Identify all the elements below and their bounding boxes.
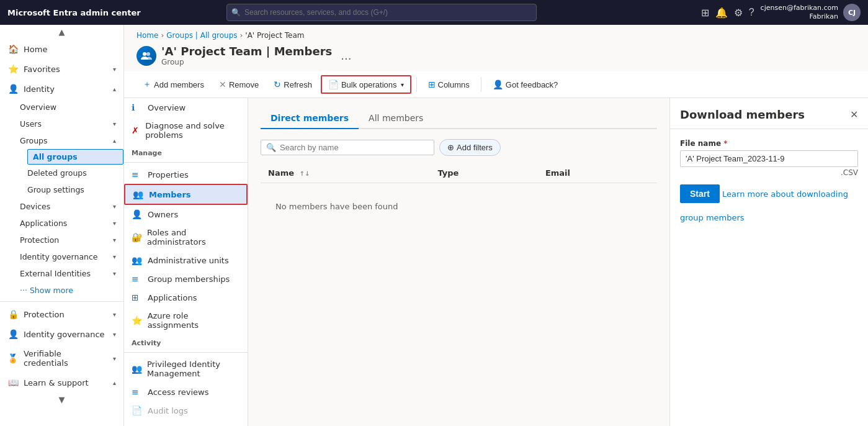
chevron-down-bulk-icon: ▾ (401, 81, 404, 88)
lp-owners[interactable]: 👤 Owners (124, 205, 248, 224)
main-content: Home › Groups | All groups › 'A' Project… (124, 25, 868, 426)
roles-icon: 🔐 (132, 232, 142, 242)
avatar[interactable]: CJ (843, 4, 861, 21)
bulk-ops-icon: 📄 (328, 79, 339, 89)
protection-icon: 🔒 (7, 309, 19, 319)
breadcrumb-current: 'A' Project Team (245, 31, 304, 40)
user-profile[interactable]: cjensen@fabrikan.com Fabrikan CJ (761, 4, 861, 22)
remove-button[interactable]: ✕ Remove (213, 76, 265, 93)
add-members-button[interactable]: ＋ Add members (136, 76, 210, 93)
breadcrumb-sep1: › (161, 31, 164, 40)
feedback-button[interactable]: 👤 Got feedback? (486, 76, 565, 93)
sidebar-item-overview[interactable]: Overview (20, 99, 123, 116)
toolbar-divider2 (481, 77, 481, 92)
identity-submenu: Overview Users ▾ Groups ▴ All groups Del… (0, 99, 123, 299)
lp-azure-roles[interactable]: ⭐ Azure role assignments (124, 307, 248, 334)
sidebar-item-identity-gov-sec[interactable]: 👤 Identity governance ▾ (0, 324, 123, 344)
breadcrumb-home[interactable]: Home (136, 31, 158, 40)
lp-members[interactable]: 👥 Members (124, 184, 248, 205)
sidebar-label-learn: Learn & support (24, 378, 89, 387)
sidebar-item-applications[interactable]: Applications ▾ (20, 215, 123, 232)
owners-icon: 👤 (132, 209, 143, 219)
notification-icon[interactable]: 🔔 (715, 7, 728, 19)
columns-button[interactable]: ⊞ Columns (422, 76, 476, 93)
sidebar-item-show-more[interactable]: ··· Show more (20, 282, 123, 299)
content-panel: Direct members All members 🔍 ⊕ Add filte… (248, 98, 669, 426)
close-panel-button[interactable]: ✕ (850, 109, 858, 120)
sidebar-item-protection-sec[interactable]: 🔒 Protection ▾ (0, 304, 123, 324)
settings-icon[interactable]: ⚙ (734, 7, 743, 19)
identity-icon: 👤 (7, 84, 19, 94)
lp-roles-admins[interactable]: 🔐 Roles and administrators (124, 224, 248, 251)
sidebar-scroll-down[interactable]: ▼ (0, 392, 123, 407)
diagnose-icon: ✗ (132, 125, 140, 135)
search-input[interactable] (280, 143, 429, 152)
sidebar-item-external-identities[interactable]: External Identities ▾ (20, 265, 123, 282)
sidebar-item-users[interactable]: Users ▾ (20, 116, 123, 132)
col-email: Email (538, 163, 657, 183)
file-name-input[interactable] (680, 150, 858, 167)
feedback-label: Got feedback? (506, 80, 558, 89)
refresh-button[interactable]: ↻ Refresh (267, 76, 318, 93)
lp-pim[interactable]: 👥 Privileged Identity Management (124, 355, 248, 383)
col-name[interactable]: Name ↑↓ (261, 163, 430, 183)
home-icon: 🏠 (7, 44, 19, 54)
identity-gov-icon: 👤 (7, 329, 19, 339)
chevron-down-icon4: ▾ (113, 355, 116, 362)
svg-point-0 (143, 52, 146, 56)
lp-bulk-ops[interactable]: 👥 Bulk operation results (124, 420, 248, 426)
lp-diagnose[interactable]: ✗ Diagnose and solve problems (124, 117, 248, 144)
more-options-icon[interactable]: ... (341, 49, 351, 62)
search-box[interactable]: 🔍 (261, 140, 434, 155)
sidebar-item-verifiable-creds[interactable]: 🏅 Verifiable credentials ▾ (0, 344, 123, 373)
tab-all-members[interactable]: All members (359, 108, 433, 129)
tab-direct-members[interactable]: Direct members (261, 108, 359, 129)
lp-properties[interactable]: ≡ Properties (124, 165, 248, 184)
pim-icon: 👥 (132, 364, 142, 374)
sidebar-item-protection[interactable]: Protection ▾ (20, 232, 123, 248)
activity-section-label: Activity (124, 334, 248, 350)
lp-access-reviews[interactable]: ≡ Access reviews (124, 383, 248, 401)
lp-azure-roles-label: Azure role assignments (148, 311, 240, 330)
lp-group-memberships[interactable]: ≡ Group memberships (124, 270, 248, 288)
sidebar-item-group-settings[interactable]: Group settings (27, 181, 123, 198)
properties-icon: ≡ (132, 170, 143, 179)
sidebar-item-learn-support[interactable]: 📖 Learn & support ▴ (0, 373, 123, 392)
sidebar-item-home[interactable]: 🏠 Home (0, 39, 123, 59)
add-members-label: Add members (154, 80, 204, 89)
sidebar-item-all-groups[interactable]: All groups (27, 149, 123, 165)
sidebar-item-devices[interactable]: Devices ▾ (20, 198, 123, 215)
lp-admin-units[interactable]: 👥 Administrative units (124, 251, 248, 270)
sidebar-item-deleted-groups[interactable]: Deleted groups (27, 165, 123, 181)
toolbar-divider (416, 77, 417, 92)
sidebar-item-identity[interactable]: 👤 Identity ▴ (0, 79, 123, 99)
add-filters-button[interactable]: ⊕ Add filters (439, 139, 501, 156)
start-button[interactable]: Start (680, 184, 720, 203)
lp-applications[interactable]: ⊞ Applications (124, 288, 248, 307)
page-subtitle: Group (161, 58, 332, 66)
manage-divider (124, 162, 248, 163)
sidebar-scroll-up[interactable]: ▲ (0, 25, 123, 39)
sidebar-item-groups[interactable]: Groups ▴ (20, 132, 123, 149)
azure-roles-icon: ⭐ (132, 315, 143, 325)
search-filter-row: 🔍 ⊕ Add filters (261, 139, 657, 156)
sidebar-item-favorites[interactable]: ⭐ Favorites ▾ (0, 59, 123, 79)
empty-state-row: No members have been found (261, 183, 657, 230)
groups-submenu: All groups Deleted groups Group settings (20, 149, 123, 198)
bulk-operations-button[interactable]: 📄 Bulk operations ▾ (321, 75, 411, 94)
audit-logs-icon: 📄 (132, 406, 143, 415)
svg-point-1 (146, 52, 150, 56)
breadcrumb-groups[interactable]: Groups | All groups (166, 31, 237, 40)
help-icon[interactable]: ? (749, 7, 754, 18)
portal-icon[interactable]: ⊞ (701, 7, 709, 19)
members-table: Name ↑↓ Type Email (261, 163, 657, 230)
page-header-text: 'A' Project Team | Members Group (161, 45, 332, 66)
left-panel: ℹ Overview ✗ Diagnose and solve problems… (124, 98, 248, 426)
filter-icon: ⊕ (447, 143, 454, 152)
global-search-input[interactable] (226, 4, 537, 21)
lp-overview[interactable]: ℹ Overview (124, 98, 248, 117)
remove-label: Remove (229, 80, 259, 89)
sidebar-item-identity-governance[interactable]: Identity governance ▾ (20, 248, 123, 265)
lp-audit-logs[interactable]: 📄 Audit logs (124, 401, 248, 420)
global-search[interactable]: 🔍 (226, 4, 537, 21)
